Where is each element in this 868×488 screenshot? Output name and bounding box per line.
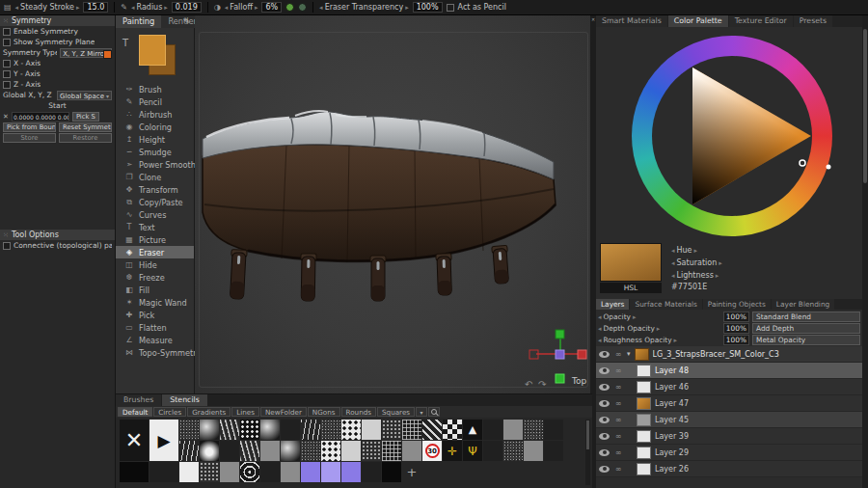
stencil-thumbnail[interactable] [382, 420, 401, 440]
gizmo-green-bottom[interactable] [556, 374, 564, 383]
gizmo-green-top[interactable] [556, 330, 564, 339]
stencil-thumbnail[interactable] [240, 462, 259, 482]
tool-options-header[interactable]: ⁙ Tool Options [0, 230, 115, 240]
enable-symmetry-checkbox[interactable] [3, 28, 11, 36]
edit-pencil-icon[interactable]: ✎ [182, 16, 190, 26]
tab-texture-editor[interactable]: Texture Editor [729, 15, 793, 27]
stencil-thumbnail[interactable]: ▲ [463, 420, 482, 440]
stencil-thumbnail[interactable]: ▶ [149, 420, 178, 461]
layer-row[interactable]: ∞Layer 29 [596, 445, 862, 461]
stencil-thumbnail[interactable] [240, 420, 259, 440]
tool-flatten[interactable]: ▭Flatten [116, 321, 194, 334]
scrollbar-thumb[interactable] [586, 420, 589, 449]
steady-stroke-value[interactable]: 15.0 [83, 2, 108, 13]
falloff-control[interactable]: Falloff [225, 3, 258, 12]
tab-smart-materials[interactable]: Smart Materials [596, 15, 667, 27]
hex-color-value[interactable]: #77501E [671, 283, 787, 291]
category-newfolder[interactable]: NewFolder [260, 407, 307, 417]
restore-button[interactable]: Restore [59, 133, 112, 143]
tool-height[interactable]: ↥Height [116, 133, 194, 146]
visibility-eye-icon[interactable] [599, 466, 610, 473]
link-icon[interactable]: ∞ [613, 399, 623, 408]
layer-row[interactable]: ∞Layer 48 [596, 363, 862, 379]
tool-topo-symmetry[interactable]: ⋈Topo-Symmetry [116, 346, 194, 359]
link-icon[interactable]: ∞ [613, 432, 623, 441]
steady-stroke-control[interactable]: Steady Stroke [15, 3, 80, 12]
stencil-thumbnail[interactable] [179, 441, 199, 461]
tool-curves[interactable]: ∿Curves [116, 208, 194, 221]
tool-pick[interactable]: ✚Pick [116, 309, 194, 321]
tab-presets[interactable]: Presets [794, 15, 832, 27]
falloff-value[interactable]: 6% [261, 2, 282, 13]
tool-measure[interactable]: ∠Measure [116, 334, 194, 346]
stencil-thumbnail[interactable] [483, 420, 502, 440]
stencil-thumbnail[interactable] [200, 441, 219, 461]
stencil-thumbnail[interactable] [260, 441, 280, 461]
depth-opacity-value[interactable]: 100% [723, 323, 749, 334]
visibility-eye-icon[interactable] [599, 384, 610, 391]
tool-pencil[interactable]: ✎Pencil [116, 95, 194, 108]
tab-layer-blending[interactable]: Layer Blending [772, 299, 834, 310]
stencil-thumbnail[interactable] [301, 441, 320, 461]
reset-symmetry-button[interactable]: Reset Symmetr [59, 122, 112, 132]
roughness-opacity-value[interactable]: 100% [723, 335, 749, 345]
show-symmetry-plane-checkbox[interactable] [3, 39, 11, 46]
tab-layers[interactable]: Layers [596, 299, 629, 310]
tool-freeze[interactable]: ❆Freeze [116, 271, 194, 284]
connective-painting-checkbox[interactable] [3, 242, 11, 250]
stencil-thumbnail[interactable] [220, 441, 239, 461]
symmetry-plane-color-swatch[interactable] [103, 50, 112, 59]
global-space-select[interactable]: Global Space [57, 91, 112, 100]
sv-triangle[interactable] [692, 68, 811, 204]
radius-control[interactable]: Radius [131, 3, 168, 12]
category-circles[interactable]: Circles [153, 407, 186, 417]
stencil-thumbnail[interactable] [281, 420, 300, 440]
stencil-thumbnail[interactable] [362, 441, 381, 461]
tool-brush[interactable]: ✑Brush [116, 83, 194, 95]
stencil-thumbnail[interactable]: Ψ [463, 441, 482, 461]
visibility-eye-icon[interactable] [599, 367, 610, 374]
stencil-thumbnail[interactable] [341, 420, 361, 440]
layer-row[interactable]: ∞Layer 46 [596, 379, 862, 395]
category-lines[interactable]: Lines [231, 407, 259, 417]
stencil-thumbnail[interactable] [149, 462, 178, 482]
stencil-thumbnail[interactable] [260, 462, 280, 482]
tool-eraser[interactable]: ◈Eraser [116, 246, 194, 258]
stencil-thumbnail[interactable] [544, 441, 563, 461]
stencil-thumbnail[interactable] [544, 420, 563, 440]
stencil-thumbnail[interactable] [120, 462, 149, 482]
symmetry-panel-header[interactable]: ⁙ Symmetry [0, 15, 115, 26]
category-gradients[interactable]: Gradients [187, 407, 231, 417]
stencil-options-caret-icon[interactable]: ▾ [416, 407, 427, 417]
bracer-model[interactable] [203, 111, 556, 301]
stencil-thumbnail[interactable] [362, 420, 381, 440]
stencil-thumbnail[interactable] [200, 462, 219, 482]
stencil-thumbnail[interactable] [382, 462, 401, 482]
tool-picture[interactable]: ▦Picture [116, 233, 194, 246]
category-rounds[interactable]: Rounds [341, 407, 377, 417]
menu-icon[interactable]: ▤ [4, 3, 12, 12]
secondary-color-circle[interactable] [298, 3, 307, 12]
stencil-thumbnail[interactable] [524, 441, 543, 461]
link-icon[interactable]: ∞ [613, 366, 623, 375]
stencil-thumbnail[interactable] [321, 420, 340, 440]
opacity-label[interactable]: Opacity [598, 312, 636, 321]
add-stencil-button[interactable]: + [402, 462, 421, 482]
stencil-thumbnail[interactable] [281, 462, 300, 482]
y-axis-checkbox[interactable] [3, 70, 11, 78]
act-as-pencil-checkbox[interactable] [447, 4, 454, 12]
layer-group-row[interactable]: ∞▾LG_3_StrapsBracer_SM_Color_C3 [596, 346, 862, 363]
link-icon[interactable]: ∞ [613, 350, 623, 359]
tool-transform[interactable]: ✥Transform [116, 183, 194, 196]
tool-clone[interactable]: ❐Clone [116, 171, 194, 183]
gizmo-center[interactable] [556, 350, 564, 359]
scrollbar-thumb[interactable] [863, 29, 867, 183]
right-scrollbar[interactable] [862, 15, 868, 488]
tab-brushes[interactable]: Brushes [116, 394, 161, 406]
layer-row[interactable]: ∞Layer 26 [596, 461, 862, 477]
stencil-thumbnail[interactable] [524, 420, 543, 440]
stencil-thumbnail[interactable]: ✛ [443, 441, 462, 461]
pick-from-bounds-button[interactable]: Pick from Boun [3, 122, 56, 132]
viewport-3d[interactable]: Top ↶ ↷ [195, 15, 590, 393]
tool-airbrush[interactable]: ∴Airbrush [116, 108, 194, 121]
